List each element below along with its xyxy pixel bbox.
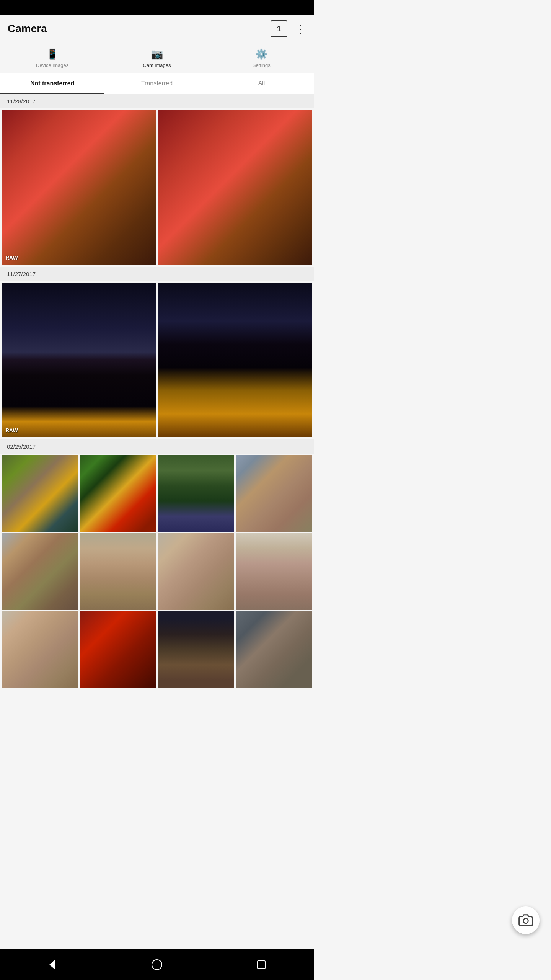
more-menu-button[interactable]: ⋮ (295, 23, 306, 35)
image-partial-2[interactable] (158, 611, 234, 688)
section-0: 11/28/2017RAW (0, 94, 314, 266)
top-bar: Camera 1 ⋮ (0, 15, 314, 42)
image-night-mountain-1[interactable]: RAW (2, 283, 156, 437)
section-1: 11/27/2017RAW (0, 267, 314, 439)
tab-cam-images[interactable]: 📷 Cam images (104, 42, 209, 73)
image-partial-1[interactable] (80, 611, 156, 688)
tab-settings[interactable]: ⚙️ Settings (209, 42, 314, 73)
date-header-2: 02/25/2017 (0, 439, 314, 454)
settings-icon: ⚙️ (255, 48, 267, 60)
top-bar-actions: 1 ⋮ (271, 20, 306, 37)
image-cityscape-1[interactable] (236, 455, 312, 532)
badge-icon[interactable]: 1 (271, 20, 287, 37)
content-area: 11/28/2017RAW11/27/2017RAW02/25/2017 (0, 94, 314, 689)
camera-icon: 📷 (151, 48, 163, 60)
nav-tabs: 📱 Device images 📷 Cam images ⚙️ Settings (0, 42, 314, 73)
image-cityscape-4[interactable] (158, 533, 234, 610)
image-cityscape-5[interactable] (236, 533, 312, 610)
raw-label-night-mountain-1: RAW (5, 427, 18, 433)
date-header-1: 11/27/2017 (0, 267, 314, 281)
image-grid-0: RAW (0, 108, 314, 266)
status-bar (0, 0, 314, 15)
image-cityscape-6[interactable] (2, 611, 78, 688)
raw-label-restaurant-1: RAW (5, 255, 18, 261)
filter-not-transferred[interactable]: Not transferred (0, 73, 104, 94)
image-grid-2 (0, 454, 314, 689)
image-rainbow-umbrella[interactable] (158, 455, 234, 532)
filter-tabs: Not transferred Transferred All (0, 73, 314, 94)
image-partial-3[interactable] (236, 611, 312, 688)
date-header-0: 11/28/2017 (0, 94, 314, 108)
image-restaurant-1[interactable]: RAW (2, 110, 156, 265)
image-restaurant-2[interactable] (158, 110, 312, 265)
section-2: 02/25/2017 (0, 439, 314, 689)
filter-transferred[interactable]: Transferred (104, 73, 209, 94)
phone-icon: 📱 (46, 48, 59, 60)
app-title: Camera (8, 23, 47, 35)
image-leaves[interactable] (80, 455, 156, 532)
image-autumn-umbrella[interactable] (2, 455, 78, 532)
image-night-mountain-2[interactable] (158, 283, 312, 437)
filter-all[interactable]: All (209, 73, 314, 94)
image-grid-1: RAW (0, 281, 314, 439)
tab-device-images[interactable]: 📱 Device images (0, 42, 104, 73)
image-cityscape-3[interactable] (80, 533, 156, 610)
image-cityscape-2[interactable] (2, 533, 78, 610)
